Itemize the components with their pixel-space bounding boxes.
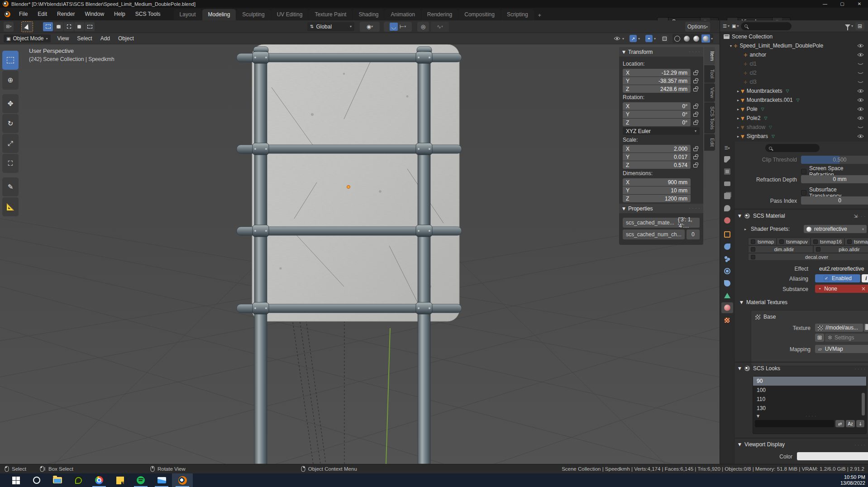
outliner-row-shadow[interactable]: ▸ ▼ shadow ▽ (720, 123, 868, 132)
tool-cursor[interactable]: ⊕ (2, 71, 19, 90)
properties-panel-header[interactable]: ▼ Properties · · · · (619, 204, 703, 213)
blender-menu-icon[interactable] (5, 11, 10, 17)
rotation-z-field[interactable]: Z0° (623, 119, 691, 126)
tab-render[interactable] (721, 166, 733, 177)
list-resize-row[interactable]: ▼ · · · · (753, 413, 866, 419)
vp-menu-add[interactable]: Add (96, 35, 114, 42)
menu-file[interactable]: File (14, 8, 33, 20)
tab-shading[interactable]: Shading (353, 9, 384, 20)
scale-x-field[interactable]: X2.000 (623, 145, 691, 153)
collapse-icon[interactable]: ▼ (622, 206, 625, 211)
select-mode-intersect[interactable] (85, 22, 95, 31)
visibility-eye-icon[interactable] (856, 43, 865, 48)
location-x-field[interactable]: X-12.29 mm (623, 69, 691, 76)
collapse-icon[interactable]: ▼ (738, 366, 741, 371)
shading-material-button[interactable] (692, 34, 701, 43)
mapping-field[interactable]: ▱ UVMap × (815, 345, 868, 353)
drag-handle-icon[interactable]: · · · · (855, 215, 866, 219)
outliner-row-cl3[interactable]: ✛ cl3 (720, 77, 868, 86)
snap-controls[interactable]: ◡ ⊢ ▾ (384, 22, 412, 32)
expand-icon[interactable]: ▸ (735, 107, 741, 111)
prop-value-field[interactable]: 0 (687, 229, 700, 239)
expand-icon[interactable]: ▸ (743, 227, 748, 231)
scale-y-field[interactable]: Y0.017 (623, 153, 691, 161)
tool-scale[interactable]: ⤢ (2, 134, 19, 153)
tab-texture-paint[interactable]: Texture Paint (309, 9, 352, 20)
aliasing-info-button[interactable]: i (862, 274, 868, 282)
lock-location-y-icon[interactable] (691, 78, 700, 83)
taskbar-clock[interactable]: 10:50 PM 13/08/2022 (840, 474, 865, 486)
menu-scs-tools[interactable]: SCS Tools (130, 8, 166, 20)
tool-annotate[interactable]: ✎ (2, 177, 19, 196)
expand-icon[interactable]: ▸ (735, 89, 741, 93)
flag-dim-alldir[interactable]: dim.alldir (748, 245, 813, 253)
select-mode-invert[interactable] (74, 22, 84, 31)
visibility-eye-icon[interactable] (856, 89, 865, 93)
expand-icon[interactable]: ▸ (735, 98, 741, 102)
lock-rotation-z-icon[interactable] (691, 120, 700, 125)
look-item-110[interactable]: 110 (753, 395, 866, 404)
visibility-eye-icon[interactable] (856, 134, 865, 138)
npanel-tab-tool[interactable]: Tool (704, 65, 715, 82)
subsurface-translucency-checkbox[interactable] (801, 190, 806, 196)
overlays-icon[interactable]: ◓ (645, 35, 653, 42)
looks-sort-reverse-button[interactable]: ↓ (856, 420, 864, 427)
shader-preset-dropdown[interactable]: retroreflective ▾ (804, 225, 867, 233)
tab-layout[interactable]: Layout (174, 9, 202, 20)
vp-menu-select[interactable]: Select (73, 35, 96, 42)
dimensions-y-field[interactable]: Y10 mm (623, 186, 691, 194)
scs-material-panel-header[interactable]: ▼ SCS Material (738, 213, 785, 219)
transform-orientation-dropdown[interactable]: ⇅ Global ▾ (307, 22, 354, 31)
spotify-button[interactable] (130, 473, 151, 487)
outliner-row-root-empty[interactable]: ▾ ✛ Speed_Limit_Medium_DoublePole (720, 41, 868, 50)
tab-scene[interactable] (721, 203, 733, 214)
viewport-display-panel-header[interactable]: ▼ Viewport Display (738, 441, 785, 448)
overlays-dropdown[interactable]: ◓ ▾ (644, 34, 657, 43)
visibility-eye-closed-icon[interactable] (856, 62, 865, 66)
tab-output[interactable] (721, 178, 733, 189)
file-explorer-button[interactable] (47, 473, 68, 487)
visibility-eye-closed-icon[interactable] (856, 125, 865, 129)
npanel-tab-edit[interactable]: Edit (704, 134, 715, 151)
outliner-row-signbars[interactable]: ▸ ▼ Signbars ▽ (720, 132, 868, 141)
aliasing-checkbox[interactable]: ✓ (824, 276, 829, 281)
substance-field[interactable]: • None × (815, 285, 868, 293)
tab-material[interactable] (721, 302, 733, 313)
editor-type-button[interactable]: ⊞ ▾ (4, 22, 14, 32)
refraction-depth-field[interactable]: 0 mm (801, 175, 868, 183)
outliner-display-mode-button[interactable]: ▣▾ (732, 24, 739, 29)
visibility-eye-icon[interactable] (856, 116, 865, 120)
xray-toggle[interactable] (660, 34, 670, 43)
outliner-row-scene-collection[interactable]: Scene Collection (720, 32, 868, 41)
collapse-icon[interactable]: ▼ (738, 214, 741, 218)
looks-scrollbar[interactable] (862, 393, 865, 415)
visibility-eye-closed-icon[interactable] (856, 71, 865, 75)
tab-object-data[interactable] (721, 290, 733, 301)
shading-rendered-button[interactable] (701, 34, 710, 43)
visibility-eye-icon[interactable] (856, 53, 865, 57)
lock-location-z-icon[interactable] (691, 86, 700, 91)
tool-measure[interactable]: 📐 (2, 197, 19, 216)
expand-icon[interactable]: ▸ (735, 116, 741, 120)
select-mode-extend[interactable] (53, 22, 63, 31)
nvidia-button[interactable] (68, 473, 89, 487)
expand-icon[interactable]: ▸ (735, 134, 741, 138)
expand-icon[interactable]: ▾ (728, 44, 734, 48)
flag-tsnmapu[interactable]: tsnmapu... (844, 238, 868, 245)
drag-handle-icon[interactable]: · · · · (689, 50, 700, 54)
tab-view-layer[interactable] (721, 191, 733, 201)
flag-piko-alldir[interactable]: piko.alldir (813, 245, 868, 253)
start-button[interactable] (5, 473, 26, 487)
vp-menu-object[interactable]: Object (114, 35, 138, 42)
prop-label-field[interactable]: scs_cached_num_ch... (623, 229, 685, 239)
menu-edit[interactable]: Edit (33, 8, 52, 20)
properties-search-input[interactable] (765, 144, 820, 152)
tool-rotate[interactable]: ↻ (2, 114, 19, 133)
substance-clear-icon[interactable]: × (861, 286, 866, 292)
tab-modifiers[interactable] (721, 241, 733, 252)
tab-compositing[interactable]: Compositing (458, 9, 501, 20)
proportional-editing-toggle[interactable]: ◎ (417, 22, 429, 32)
lock-rotation-y-icon[interactable] (691, 112, 700, 117)
new-collection-button[interactable]: ⊞ (855, 22, 864, 30)
tab-object[interactable] (721, 229, 733, 240)
